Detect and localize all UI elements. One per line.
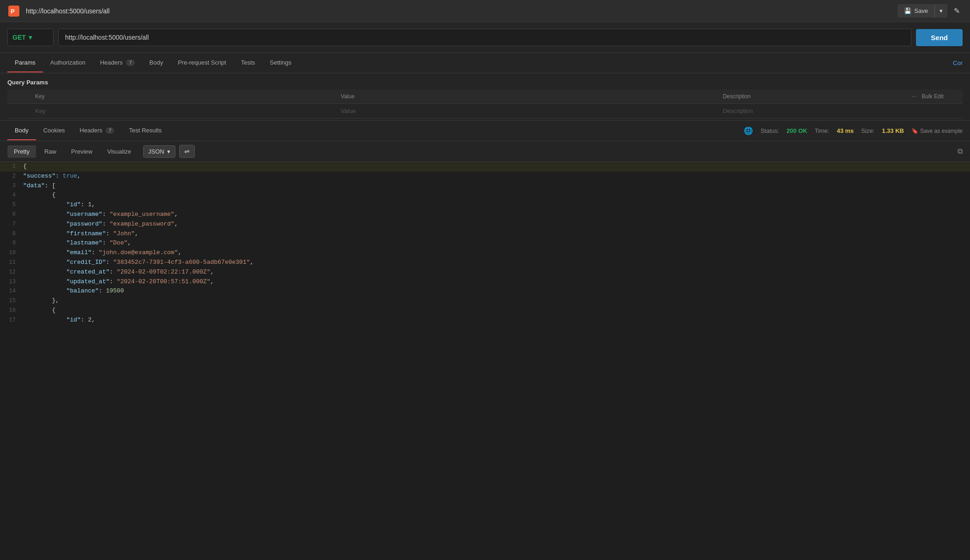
top-bar-actions: 💾 Save ▾ ✎ [898,4,963,18]
code-line-12: 12 "created_at": "2024-02-09T02:22:17.00… [0,268,970,277]
code-line-13: 13 "updated_at": "2024-02-28T00:57:51.00… [0,277,970,287]
line-num-17: 17 [0,316,23,325]
save-button[interactable]: 💾 Save [898,4,934,18]
save-button-group: 💾 Save ▾ [898,4,947,18]
code-line-8: 8 "firstname": "John", [0,229,970,239]
wrap-button[interactable]: ⇌ [179,145,195,158]
tab-params[interactable]: Params [7,54,43,72]
value-col-header: Value [336,89,718,104]
headers-badge: 7 [126,60,134,66]
bulk-edit-col-header: ··· Bulk Edit [907,89,963,104]
query-params-section: Query Params Key Value Description ··· B… [0,73,970,120]
tab-body[interactable]: Body [142,54,171,72]
url-input[interactable] [58,29,911,46]
status-value: 200 OK [787,127,807,134]
tab-cor[interactable]: Cor [953,60,963,66]
line-content-17: "id": 2, [23,316,970,325]
param-desc-cell[interactable]: Description [718,104,907,119]
json-format-dropdown[interactable]: JSON ▾ [143,145,175,158]
param-action-cell [907,104,963,119]
desc-col-header: Description [718,89,907,104]
code-line-3: 3 "data": [ [0,181,970,191]
line-content-3: "data": [ [23,181,970,191]
method-select[interactable]: GET ▾ [7,29,54,46]
code-line-17: 17 "id": 2, [0,316,970,325]
code-line-4: 4 { [0,191,970,200]
tab-settings[interactable]: Settings [262,54,299,72]
line-content-7: "password": "example_password", [23,220,970,229]
size-label: Size: [861,127,874,134]
line-content-2: "success": true, [23,172,970,181]
fmt-tab-preview[interactable]: Preview [65,145,99,158]
time-label: Time: [814,127,829,134]
method-label: GET [12,34,26,41]
line-num-3: 3 [0,181,23,191]
param-key-cell[interactable]: Key [30,104,336,119]
code-line-14: 14 "balance": 19500 [0,286,970,296]
code-line-7: 7 "password": "example_password", [0,220,970,229]
code-line-10: 10 "email": "john.doe@example.com", [0,248,970,258]
line-num-7: 7 [0,220,23,229]
fmt-tab-raw[interactable]: Raw [38,145,63,158]
line-content-1: { [23,162,970,172]
window-url: http://localhost:5000/users/all [26,7,892,15]
svg-text:P: P [11,8,15,15]
status-label: Status: [760,127,779,134]
fmt-tab-pretty[interactable]: Pretty [7,145,36,158]
checkbox-col-header [7,89,30,104]
param-row: Key Value Description [7,104,963,119]
response-tab-headers[interactable]: Headers 7 [72,121,122,140]
line-num-5: 5 [0,200,23,209]
tab-tests[interactable]: Tests [234,54,262,72]
app-logo: P [7,5,20,18]
line-num-14: 14 [0,286,23,296]
line-content-10: "email": "john.doe@example.com", [23,248,970,258]
save-example-icon: 🔖 [911,128,918,134]
code-line-2: 2 "success": true, [0,172,970,181]
line-content-6: "username": "example_username", [23,210,970,220]
line-num-9: 9 [0,238,23,248]
copy-button[interactable]: ⧉ [958,147,963,155]
save-dropdown-button[interactable]: ▾ [934,4,947,18]
request-tabs-row: Params Authorization Headers 7 Body Pre-… [0,53,970,73]
code-line-6: 6 "username": "example_username", [0,210,970,220]
save-example-button[interactable]: 🔖 Save as example [911,128,963,134]
line-num-12: 12 [0,268,23,277]
line-num-1: 1 [0,162,23,171]
fmt-tab-visualize[interactable]: Visualize [101,145,138,158]
response-tab-body[interactable]: Body [7,121,36,140]
response-status-row: 🌐 Status: 200 OK Time: 43 ms Size: 1.33 … [744,126,963,135]
code-line-16: 16 { [0,306,970,316]
line-num-15: 15 [0,296,23,305]
tab-authorization[interactable]: Authorization [43,54,93,72]
line-num-4: 4 [0,191,23,200]
response-headers-badge: 7 [106,127,114,134]
response-tab-testresults[interactable]: Test Results [121,121,169,140]
code-line-15: 15 }, [0,296,970,306]
tab-headers[interactable]: Headers 7 [93,54,142,72]
size-value: 1.33 KB [882,127,904,134]
param-checkbox-cell [7,104,30,119]
edit-button[interactable]: ✎ [951,4,963,18]
response-tab-cookies[interactable]: Cookies [36,121,72,140]
response-section: Body Cookies Headers 7 Test Results 🌐 St… [0,120,970,560]
line-content-9: "lastname": "Doe", [23,238,970,248]
bulk-edit-button[interactable]: Bulk Edit [922,93,943,100]
method-dropdown-icon: ▾ [29,34,32,41]
send-button[interactable]: Send [916,29,963,46]
line-content-4: { [23,191,970,200]
line-content-11: "credit_ID": "383452c7-7391-4cf3-a600-5a… [23,258,970,268]
line-content-14: "balance": 19500 [23,286,970,296]
save-icon: 💾 [904,7,911,14]
format-toolbar: Pretty Raw Preview Visualize JSON ▾ ⇌ ⧉ [0,141,970,162]
tab-prerequest[interactable]: Pre-request Script [170,54,234,72]
code-line-9: 9 "lastname": "Doe", [0,238,970,248]
line-content-5: "id": 1, [23,200,970,210]
line-content-13: "updated_at": "2024-02-28T00:57:51.000Z"… [23,277,970,287]
dots-icon: ··· [912,93,916,100]
line-num-11: 11 [0,258,23,267]
param-value-cell[interactable]: Value [336,104,718,119]
json-dropdown-icon: ▾ [167,148,170,155]
line-num-6: 6 [0,210,23,219]
line-num-16: 16 [0,306,23,315]
